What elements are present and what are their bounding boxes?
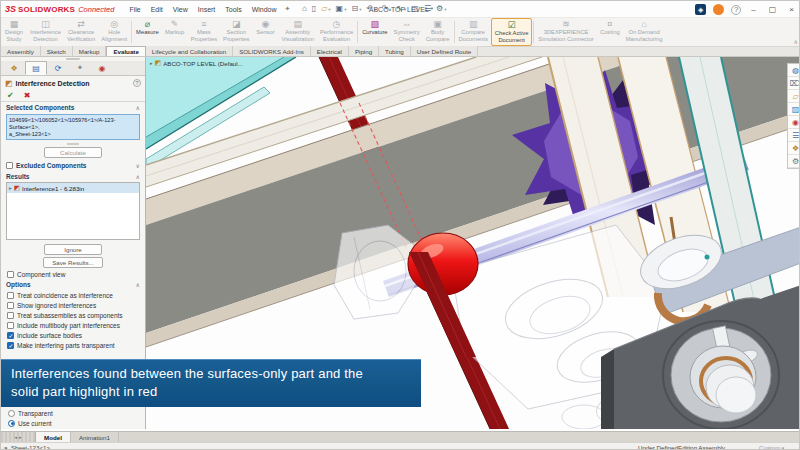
ribbon-button[interactable]: ◉ Sensor: [252, 18, 278, 46]
scroll-left-icon[interactable]: ◂: [14, 434, 17, 440]
commandmanager-tab[interactable]: Piping: [349, 46, 379, 56]
option-checkbox[interactable]: [7, 312, 14, 319]
ribbon-collapse-icon[interactable]: ∧: [794, 38, 798, 45]
unit-system-selector[interactable]: Custom: [759, 444, 784, 450]
selected-components-box[interactable]: 104699<1>/106052<1>/105976<1>/A-123-Surf…: [6, 114, 140, 140]
menu-item[interactable]: File: [124, 6, 145, 13]
commandmanager-tab[interactable]: Electrical: [311, 46, 349, 56]
option-checkbox[interactable]: [7, 342, 14, 349]
ribbon-button[interactable]: [454, 21, 455, 43]
option-row[interactable]: Treat subassemblies as components: [1, 310, 145, 320]
ribbon-button[interactable]: ≡ Mass Properties: [188, 18, 220, 46]
ribbon-button[interactable]: ⌂ On Demand Manufacturing: [623, 18, 666, 46]
ribbon-button[interactable]: ◎ Hole Alignment: [98, 18, 130, 46]
quick-access-button[interactable]: ↶: [364, 5, 379, 13]
commandmanager-tab[interactable]: Tubing: [379, 46, 411, 56]
ribbon-button[interactable]: ⇔ Symmetry Check: [391, 18, 423, 46]
context-toolbar-button[interactable]: ◍: [788, 64, 800, 77]
context-toolbar-button[interactable]: ⚙: [788, 155, 800, 168]
context-toolbar-button[interactable]: ❖: [788, 142, 800, 155]
pin-icon[interactable]: ✦: [285, 5, 291, 13]
quick-access-button[interactable]: ☰: [421, 5, 433, 13]
option-checkbox[interactable]: [7, 292, 14, 299]
context-toolbar-button[interactable]: ▨: [788, 103, 800, 116]
box-resize-handle[interactable]: [1, 142, 145, 146]
ribbon-button[interactable]: ▥ Compare Documents: [456, 18, 491, 46]
commandmanager-tab[interactable]: Assembly: [1, 46, 41, 56]
ignore-button[interactable]: Ignore: [44, 244, 102, 255]
ok-button[interactable]: ✔: [7, 91, 14, 100]
ribbon-button[interactable]: [533, 21, 534, 43]
ribbon-button[interactable]: ◷ Performance Evaluation: [317, 18, 356, 46]
3dexperience-search-icon[interactable]: ◈: [695, 4, 706, 15]
component-view-checkbox[interactable]: [7, 271, 14, 278]
calculate-button[interactable]: Calculate: [44, 147, 102, 158]
bottom-tab[interactable]: Animation1: [71, 432, 119, 442]
menu-item[interactable]: Window: [247, 6, 282, 13]
menu-item[interactable]: Tools: [220, 6, 246, 13]
option-row[interactable]: Treat coincidence as interference: [1, 290, 145, 300]
ribbon-button[interactable]: ◫ Interference Detection: [27, 18, 64, 46]
ribbon-button[interactable]: [357, 21, 358, 43]
minimize-button[interactable]: –: [748, 5, 758, 14]
commandmanager-tab[interactable]: Lifecycle and Collaboration: [146, 46, 233, 56]
radio-button[interactable]: [8, 420, 15, 427]
option-row[interactable]: Include multibody part interferences: [1, 320, 145, 330]
commandmanager-tab[interactable]: User Defined Route: [411, 46, 478, 56]
propertymanager-tab[interactable]: ⟳: [47, 61, 69, 75]
commandmanager-tab[interactable]: Markup: [73, 46, 107, 56]
result-item[interactable]: ▸ ◩ Interference1 - 6.283in: [7, 183, 139, 193]
user-avatar[interactable]: [713, 4, 724, 15]
context-toolbar-button[interactable]: ☰: [788, 129, 800, 142]
quick-access-button[interactable]: ◫: [409, 5, 422, 13]
quick-access-button[interactable]: ▯: [309, 5, 318, 13]
display-radio-row[interactable]: Transparent: [1, 408, 145, 418]
quick-access-button[interactable]: ⊟: [349, 5, 364, 13]
section-selected-components[interactable]: Selected Components ∧: [1, 102, 145, 113]
menu-item[interactable]: Edit: [146, 6, 168, 13]
panel-drag-handle[interactable]: [1, 57, 145, 61]
quick-access-button[interactable]: ▱: [319, 5, 333, 13]
close-button[interactable]: ×: [786, 5, 797, 14]
option-checkbox[interactable]: [7, 332, 14, 339]
ribbon-button[interactable]: ▣ Body Compare: [423, 18, 453, 46]
section-options[interactable]: Options ∧: [1, 279, 145, 290]
flyout-feature-tree[interactable]: ▸ ◩ ABCO-TOP LEVEL (Defaul...: [150, 59, 243, 67]
ribbon-button[interactable]: [131, 21, 132, 43]
ribbon-button[interactable]: ⇄ Clearance Verification: [64, 18, 98, 46]
section-excluded-components[interactable]: Excluded Components ∨: [1, 159, 145, 171]
help-icon[interactable]: ?: [731, 5, 741, 15]
commandmanager-tab[interactable]: SOLIDWORKS Add-Ins: [233, 46, 311, 56]
menu-item[interactable]: View: [168, 6, 193, 13]
quick-access-button[interactable]: ⌂: [299, 5, 309, 13]
ribbon-button[interactable]: ◪ Section Properties: [220, 18, 252, 46]
quick-access-button[interactable]: ▣: [333, 5, 349, 13]
restore-button[interactable]: ▢: [766, 5, 780, 14]
option-checkbox[interactable]: [7, 322, 14, 329]
ribbon-button[interactable]: ▨ Curvature: [359, 18, 390, 46]
propertymanager-tab[interactable]: ◉: [91, 61, 113, 75]
pm-help-icon[interactable]: ?: [133, 79, 141, 87]
commandmanager-tab[interactable]: Sketch: [41, 46, 73, 56]
propertymanager-tab[interactable]: ⌖: [69, 61, 91, 75]
save-results-button[interactable]: Save Results...: [43, 257, 103, 268]
cancel-button[interactable]: ✖: [24, 91, 31, 100]
propertymanager-tab[interactable]: ❖: [3, 61, 25, 75]
quick-access-button[interactable]: ↖: [394, 5, 409, 13]
excluded-components-checkbox[interactable]: [6, 162, 13, 169]
display-radio-row[interactable]: Use current: [1, 418, 145, 428]
expand-arrow-icon[interactable]: ▸: [150, 60, 153, 66]
pane-splitter[interactable]: ◂ ▸: [1, 432, 35, 442]
ribbon-button[interactable]: ☑ Check Active Document: [491, 18, 533, 46]
scroll-right-icon[interactable]: ▸: [19, 434, 22, 440]
option-row[interactable]: Make interfering parts transparent: [1, 340, 145, 350]
ribbon-button[interactable]: ▤ Assembly Visualization: [278, 18, 316, 46]
context-toolbar-button[interactable]: ▱: [788, 90, 800, 103]
ribbon-button[interactable]: ⌀ Measure: [133, 18, 162, 46]
component-view-row[interactable]: Component view: [1, 269, 145, 279]
section-results[interactable]: Results ∧: [1, 171, 145, 182]
results-list[interactable]: ▸ ◩ Interference1 - 6.283in: [6, 182, 140, 240]
context-toolbar-button[interactable]: ◉: [788, 116, 800, 129]
option-checkbox[interactable]: [7, 302, 14, 309]
expand-arrow-icon[interactable]: ▸: [9, 185, 12, 191]
